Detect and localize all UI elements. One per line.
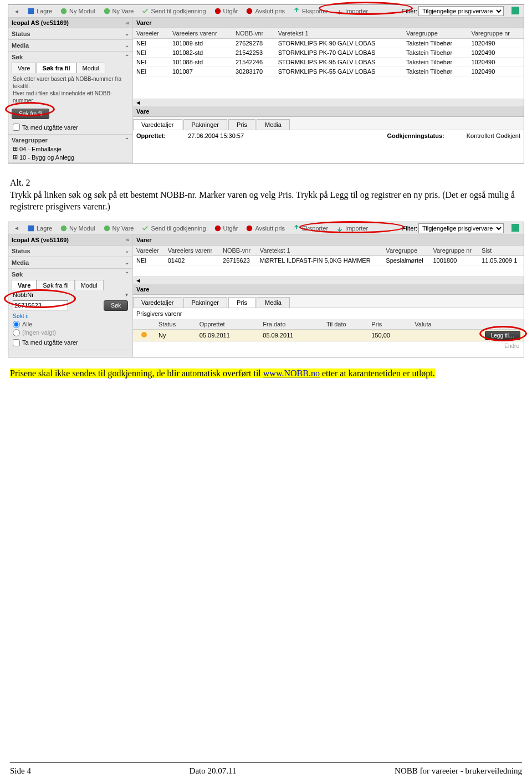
status-dot-icon bbox=[141, 332, 147, 337]
col-header[interactable] bbox=[133, 319, 155, 330]
prisgivers-label: Prisgivers varenr bbox=[133, 308, 524, 319]
importer-btn[interactable]: Importer bbox=[332, 6, 371, 16]
col-header[interactable]: NOBB-vnr bbox=[219, 245, 257, 256]
col-header[interactable]: Opprettet bbox=[196, 319, 260, 330]
table-row[interactable]: NEI10108730283170STORMKLIPS PK-55 GALV L… bbox=[133, 67, 524, 76]
detail-tabs: Varedetaljer Pakninger Pris Media bbox=[133, 117, 524, 130]
tab-varedetaljer[interactable]: Varedetaljer bbox=[133, 119, 182, 130]
company-header[interactable]: Icopal AS (ve51169)« bbox=[8, 18, 132, 28]
status-section-2[interactable]: Status⌄ bbox=[12, 247, 129, 255]
ny-modul-btn[interactable]: Ny Modul bbox=[57, 6, 98, 16]
nobb-link[interactable]: www.NOBB.no bbox=[263, 368, 320, 378]
table-row[interactable]: NEI101088-std21542246STORMKLIPS PK-95 GA… bbox=[133, 58, 524, 67]
chk-utgatte-2[interactable] bbox=[13, 339, 20, 346]
col-header[interactable]: Varetekst 1 bbox=[275, 28, 403, 39]
tab-modul[interactable]: Modul bbox=[76, 63, 105, 73]
back-btn-2[interactable]: ◄ bbox=[11, 224, 23, 232]
col-header[interactable]: Varegruppe nr bbox=[468, 28, 524, 39]
table-row[interactable]: NEI0140226715623MØRTEL ILDFAST-FIN 5,0KG… bbox=[133, 255, 524, 265]
col-header[interactable]: Pris bbox=[368, 319, 411, 330]
col-header[interactable]: Vareeier bbox=[133, 245, 165, 256]
tab-pakninger-2[interactable]: Pakninger bbox=[183, 297, 228, 308]
pris-valuta bbox=[411, 329, 451, 341]
avslutt-pris-btn-2[interactable]: Avslutt pris bbox=[242, 223, 288, 233]
tab-vare[interactable]: Vare bbox=[12, 63, 36, 73]
table-row[interactable]: NEI101089-std27629278STORMKLIPS PK-90 GA… bbox=[133, 39, 524, 48]
table-row[interactable]: NEI101082-std21542253STORMKLIPS PK-70 GA… bbox=[133, 48, 524, 58]
lagre-btn-2[interactable]: Lagre bbox=[24, 223, 55, 233]
ny-modul-btn-2[interactable]: Ny Modul bbox=[57, 223, 98, 233]
tab-pris[interactable]: Pris bbox=[228, 119, 255, 130]
sok-section[interactable]: Søk⌃ bbox=[12, 53, 129, 62]
eksporter-btn[interactable]: Eksporter bbox=[289, 6, 331, 16]
col-header[interactable]: Vareeier bbox=[133, 28, 169, 39]
tab-sok-fil-2[interactable]: Søk fra fil bbox=[37, 280, 74, 290]
excel-icon[interactable] bbox=[511, 7, 519, 16]
svg-point-4 bbox=[247, 8, 253, 14]
filter-select[interactable]: Tilgjengelige prisgivervare bbox=[418, 6, 504, 16]
endre-link[interactable]: Endre bbox=[133, 342, 524, 350]
avslutt-pris-btn[interactable]: Avslutt pris bbox=[242, 6, 288, 16]
tab-media-2[interactable]: Media bbox=[257, 297, 290, 308]
col-header[interactable]: Status bbox=[155, 319, 196, 330]
back-btn[interactable]: ◄ bbox=[11, 7, 23, 16]
sidebar-2: Icopal AS (ve51169)« Status⌄ Media⌄ Søk⌃… bbox=[8, 235, 133, 357]
utgar-btn-2[interactable]: Utgår bbox=[211, 223, 242, 233]
doc-body: Alt. 2 Trykk på linken søk og søk på ett… bbox=[0, 163, 532, 217]
ny-vare-btn-2[interactable]: Ny Vare bbox=[100, 223, 137, 233]
col-header[interactable]: NOBB-vnr bbox=[232, 28, 275, 39]
ny-vare-btn[interactable]: Ny Vare bbox=[100, 6, 137, 16]
pris-row[interactable]: Ny 05.09.2011 05.09.2011 150,00 Legg til… bbox=[133, 329, 524, 341]
footer: Side 4 Dato 20.07.11 NOBB for vareeier -… bbox=[10, 762, 522, 778]
media-section-2[interactable]: Media⌄ bbox=[12, 258, 129, 267]
chk-utgatte[interactable] bbox=[13, 124, 20, 131]
tab-varedetaljer-2[interactable]: Varedetaljer bbox=[133, 297, 182, 308]
sok-tabs: Vare Søk fra fil Modul bbox=[12, 63, 129, 73]
legg-til-button[interactable]: Legg til… bbox=[485, 331, 520, 340]
varer-grid-2: VareeierVareeiers varenrNOBB-vnrVareteks… bbox=[133, 245, 524, 265]
tree-bygg[interactable]: ⊞10 - Bygg og Anlegg bbox=[12, 153, 129, 161]
filter-select-2[interactable]: Tilgjengelige prisgivervare bbox=[418, 223, 504, 233]
col-header[interactable]: Vareeiers varenr bbox=[165, 245, 219, 256]
importer-btn-2[interactable]: Importer bbox=[332, 223, 371, 233]
footer-center: Dato 20.07.11 bbox=[190, 766, 237, 776]
tab-media[interactable]: Media bbox=[257, 119, 290, 130]
hscroll[interactable]: ◄ bbox=[133, 99, 524, 106]
tab-pakninger[interactable]: Pakninger bbox=[183, 119, 228, 130]
send-godkj-btn-2[interactable]: Send til godkjenning bbox=[138, 223, 209, 233]
radio-ingen[interactable] bbox=[13, 329, 20, 336]
media-section[interactable]: Media⌄ bbox=[12, 41, 129, 50]
utgar-btn[interactable]: Utgår bbox=[211, 6, 242, 16]
sok-section-2[interactable]: Søk⌃ bbox=[12, 270, 129, 279]
col-header[interactable]: Valuta bbox=[411, 319, 451, 330]
varegrupper-section[interactable]: Varegrupper⌃ bbox=[12, 136, 129, 145]
col-header[interactable]: Vareeiers varenr bbox=[169, 28, 232, 39]
tab-pris-2[interactable]: Pris bbox=[228, 297, 255, 308]
col-header[interactable]: Sist bbox=[478, 245, 524, 256]
col-header[interactable]: Til dato bbox=[323, 319, 368, 330]
hscroll-2[interactable]: ◄ bbox=[133, 277, 524, 284]
tree-emballasje[interactable]: ⊞04 - Emballasje bbox=[12, 145, 129, 153]
col-header[interactable]: Varegruppe bbox=[403, 28, 468, 39]
col-header[interactable]: Varegruppe bbox=[382, 245, 429, 256]
company-header-2[interactable]: Icopal AS (ve51169)« bbox=[8, 235, 132, 245]
status-section[interactable]: Status⌄ bbox=[12, 29, 129, 38]
lagre-btn[interactable]: Lagre bbox=[24, 6, 55, 16]
nobbnr-input[interactable] bbox=[13, 300, 68, 310]
eksporter-btn-2[interactable]: Eksporter bbox=[289, 223, 331, 233]
sok-fra-fil-button[interactable]: Søk fra fil bbox=[12, 109, 49, 119]
send-godkj-btn[interactable]: Send til godkjenning bbox=[138, 6, 209, 16]
opprettet-value: 27.06.2004 15:30:57 bbox=[188, 132, 244, 139]
tab-vare-2[interactable]: Vare bbox=[12, 280, 37, 290]
col-header[interactable]: Fra dato bbox=[259, 319, 323, 330]
excel-icon-2[interactable] bbox=[511, 224, 519, 233]
chevron-down-icon[interactable]: ▾ bbox=[125, 291, 128, 298]
radio-alle[interactable] bbox=[13, 321, 20, 328]
tab-modul-2[interactable]: Modul bbox=[75, 280, 104, 290]
col-header[interactable]: Varegruppe nr bbox=[429, 245, 478, 256]
sok-button[interactable]: Søk bbox=[104, 300, 128, 311]
col-header[interactable]: Varetekst 1 bbox=[257, 245, 383, 256]
pris-fra: 05.09.2011 bbox=[259, 329, 323, 341]
tab-sok-fil[interactable]: Søk fra fil bbox=[36, 63, 76, 73]
highlight-block: Prisene skal ikke sendes til godkjenning… bbox=[0, 357, 532, 384]
